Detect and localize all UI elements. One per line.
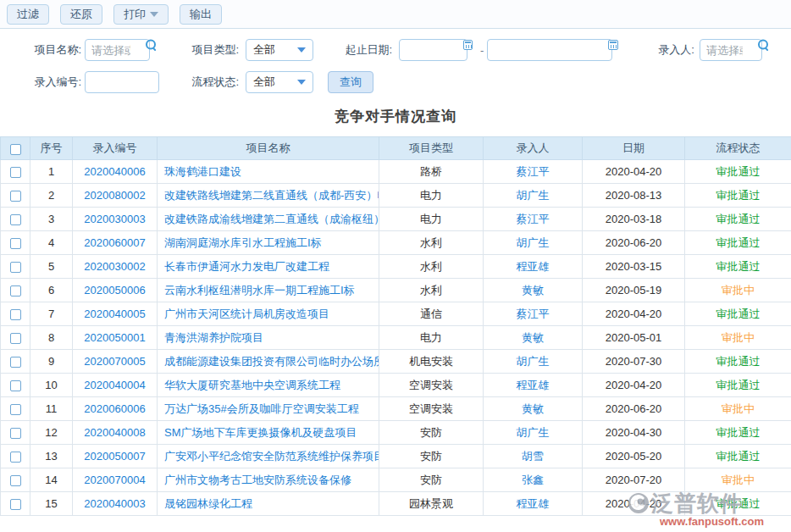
row-checkbox[interactable] xyxy=(10,499,21,510)
entry-id-link[interactable]: 2020050007 xyxy=(84,450,145,463)
entry-id-link[interactable]: 2020060006 xyxy=(84,402,145,415)
row-checkbox[interactable] xyxy=(10,238,21,249)
entry-id-link[interactable]: 2020050001 xyxy=(84,331,145,344)
row-checkbox[interactable] xyxy=(10,357,21,368)
recorder-link[interactable]: 黄敏 xyxy=(522,402,544,415)
row-no: 6 xyxy=(30,279,73,302)
row-checkbox[interactable] xyxy=(10,404,21,415)
project-name-input[interactable] xyxy=(85,39,150,61)
flow-status-select[interactable]: 全部 xyxy=(246,71,313,93)
project-name-link[interactable]: 华软大厦研究基地中央空调系统工程 xyxy=(164,379,340,391)
entry-id-link[interactable]: 2020030002 xyxy=(84,260,145,273)
entry-no-input[interactable] xyxy=(85,71,159,93)
project-name-link[interactable]: SM广场地下车库更换摄像机及硬盘项目 xyxy=(164,426,357,439)
recorder-link[interactable]: 胡雪 xyxy=(522,450,544,463)
entry-id-link[interactable]: 2020040003 xyxy=(84,497,145,510)
table-row: 72020040005广州市天河区统计局机房改造项目通信蔡江平2020-04-2… xyxy=(1,302,791,326)
header-entry-id: 录入编号 xyxy=(73,137,158,160)
entry-id-link[interactable]: 2020080002 xyxy=(84,189,145,202)
recorder-link[interactable]: 胡广生 xyxy=(517,426,550,439)
row-checkbox[interactable] xyxy=(10,428,21,439)
entry-id-link[interactable]: 2020070005 xyxy=(84,355,145,368)
row-checkbox[interactable] xyxy=(10,167,21,178)
project-type-cell: 电力 xyxy=(379,326,484,350)
print-button[interactable]: 打印 xyxy=(113,4,169,25)
row-checkbox[interactable] xyxy=(10,309,21,320)
filter-row-2: 录入编号: 流程状态: 全部 查询 xyxy=(0,71,791,93)
project-name-link[interactable]: 改建铁路线增建第二线直通线（成都-西安）电 xyxy=(164,189,379,202)
recorder-link[interactable]: 蔡江平 xyxy=(517,308,550,320)
status-badge: 审批中 xyxy=(722,474,755,486)
entry-id-link[interactable]: 2020060007 xyxy=(84,236,145,249)
row-checkbox[interactable] xyxy=(10,333,21,344)
status-badge: 审批中 xyxy=(722,331,755,344)
date-range-label: 起止日期: xyxy=(335,42,392,58)
entry-id-link[interactable]: 2020040005 xyxy=(84,308,145,320)
query-button[interactable]: 查询 xyxy=(328,71,373,93)
row-no: 1 xyxy=(30,160,73,184)
entry-id-link[interactable]: 2020050006 xyxy=(84,284,145,296)
recorder-link[interactable]: 黄敏 xyxy=(522,284,544,296)
project-name-link[interactable]: 广州市文物考古工地安防系统设备保修 xyxy=(164,474,351,486)
entry-id-link[interactable]: 2020040004 xyxy=(84,379,145,391)
row-checkbox[interactable] xyxy=(10,262,21,273)
project-name-link[interactable]: 珠海鹤港口建设 xyxy=(164,165,241,178)
recorder-link[interactable]: 蔡江平 xyxy=(517,213,550,225)
table-row: 82020050001青海洪湖养护院项目电力黄敏2020-05-01审批中 xyxy=(1,326,791,350)
entry-id-link[interactable]: 2020040008 xyxy=(84,426,145,439)
row-checkbox[interactable] xyxy=(10,452,21,463)
recorder-link[interactable]: 胡广生 xyxy=(517,189,550,202)
entry-id-link[interactable]: 2020030003 xyxy=(84,213,145,225)
recorder-link[interactable]: 张鑫 xyxy=(522,474,544,486)
row-checkbox[interactable] xyxy=(10,380,21,391)
project-name-link[interactable]: 晟铭园林绿化工程 xyxy=(164,497,252,510)
recorder-link[interactable]: 程亚雄 xyxy=(517,260,550,273)
project-name-link[interactable]: 长春市伊通河水力发电厂改建工程 xyxy=(164,260,329,273)
project-type-cell: 安防 xyxy=(379,445,484,468)
project-name-link[interactable]: 广安邓小平纪念馆安全防范系统维护保养项目 xyxy=(164,450,379,463)
date-range-separator: - xyxy=(477,44,487,57)
recorder-link[interactable]: 黄敏 xyxy=(522,331,544,344)
restore-button[interactable]: 还原 xyxy=(60,4,102,25)
calendar-icon[interactable] xyxy=(608,40,618,50)
row-checkbox[interactable] xyxy=(10,191,21,202)
project-name-link[interactable]: 广州市天河区统计局机房改造项目 xyxy=(164,308,329,320)
table-row: 12020040006珠海鹤港口建设路桥蔡江平2020-04-20审批通过 xyxy=(1,160,791,184)
search-icon[interactable] xyxy=(146,39,155,50)
recorder-link[interactable]: 程亚雄 xyxy=(517,379,550,391)
row-checkbox[interactable] xyxy=(10,475,21,486)
row-checkbox[interactable] xyxy=(10,285,21,296)
recorder-input[interactable] xyxy=(700,39,763,61)
status-badge: 审批通过 xyxy=(716,213,761,225)
entry-id-link[interactable]: 2020040006 xyxy=(84,165,145,178)
row-no: 5 xyxy=(30,255,73,279)
recorder-link[interactable]: 胡广生 xyxy=(517,355,550,368)
project-name-link[interactable]: 改建铁路成渝线增建第二直通线（成渝枢纽） xyxy=(164,213,379,225)
recorder-link[interactable]: 胡广生 xyxy=(517,236,550,249)
project-name-link[interactable]: 青海洪湖养护院项目 xyxy=(164,331,263,344)
row-checkbox[interactable] xyxy=(10,214,21,225)
project-type-select[interactable]: 全部 xyxy=(246,39,313,61)
start-date-input[interactable] xyxy=(399,39,467,61)
project-name-link[interactable]: 万达广场35#会所及咖啡厅空调安装工程 xyxy=(164,402,359,415)
table-row: 122020040008SM广场地下车库更换摄像机及硬盘项目安防胡广生2020-… xyxy=(1,421,791,445)
print-button-label: 打印 xyxy=(124,7,146,22)
recorder-link[interactable]: 蔡江平 xyxy=(517,165,550,178)
entry-id-link[interactable]: 2020070004 xyxy=(84,474,145,486)
row-no: 15 xyxy=(30,492,73,516)
select-all-checkbox[interactable] xyxy=(10,144,21,155)
project-name-link[interactable]: 成都能源建设集团投资有限公司临时办公场所 xyxy=(164,355,379,368)
filter-button[interactable]: 过滤 xyxy=(7,4,49,25)
calendar-icon[interactable] xyxy=(463,40,473,50)
project-name-link[interactable]: 湖南洞庭湖水库引水工程施工I标 xyxy=(164,236,322,249)
project-type-value: 全部 xyxy=(253,42,275,58)
recorder-link[interactable]: 程亚雄 xyxy=(517,497,550,510)
search-icon[interactable] xyxy=(758,39,766,50)
export-button[interactable]: 输出 xyxy=(180,4,222,25)
status-badge: 审批通过 xyxy=(716,450,761,463)
end-date-input[interactable] xyxy=(487,39,612,61)
project-type-cell: 水利 xyxy=(379,231,484,255)
project-name-link[interactable]: 云南水利枢纽潜明水库一期工程施工I标 xyxy=(164,284,355,296)
header-project-name: 项目名称 xyxy=(158,137,379,160)
date-cell: 2020-06-20 xyxy=(583,231,685,255)
